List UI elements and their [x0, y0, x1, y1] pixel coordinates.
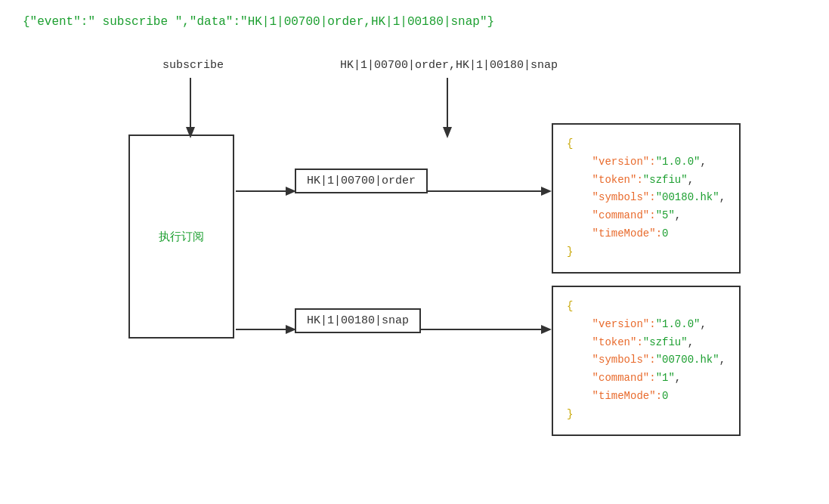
json1-line5: "timeMode":0: [567, 225, 725, 243]
json-box-1: { "version":"1.0.0", "token":"szfiu", "s…: [552, 123, 741, 274]
main-container: {"event":" subscribe ","data":"HK|1|0070…: [0, 0, 829, 504]
data-label: HK|1|00700|order,HK|1|00180|snap: [340, 59, 558, 72]
svg-marker-11: [541, 325, 552, 334]
subscribe-label: subscribe: [162, 59, 224, 72]
json2-brace-close: }: [567, 406, 725, 424]
top-json-line: {"event":" subscribe ","data":"HK|1|0070…: [23, 15, 806, 29]
topic-box-2: HK|1|00180|snap: [295, 308, 421, 333]
main-box-label: 执行订阅: [159, 230, 204, 244]
json2-brace-open: {: [567, 298, 725, 316]
topic-box-1: HK|1|00700|order: [295, 169, 428, 193]
diagram: subscribe HK|1|00700|order,HK|1|00180|sn…: [23, 51, 806, 475]
json1-line4: "command":"5",: [567, 207, 725, 225]
json-box-2: { "version":"1.0.0", "token":"szfiu", "s…: [552, 286, 741, 436]
main-box: 执行订阅: [128, 135, 234, 339]
json2-line5: "timeMode":0: [567, 388, 725, 406]
json1-line3: "symbols":"00180.hk",: [567, 189, 725, 207]
json1-line1: "version":"1.0.0",: [567, 153, 725, 172]
json2-line2: "token":"szfiu",: [567, 334, 725, 352]
svg-marker-3: [443, 127, 452, 138]
json2-line4: "command":"1",: [567, 369, 725, 388]
json1-brace-close: }: [567, 243, 725, 261]
json2-line3: "symbols":"00700.hk",: [567, 351, 725, 369]
svg-marker-9: [541, 187, 552, 196]
json1-brace-open: {: [567, 135, 725, 153]
json2-line1: "version":"1.0.0",: [567, 316, 725, 334]
json1-line2: "token":"szfiu",: [567, 172, 725, 190]
